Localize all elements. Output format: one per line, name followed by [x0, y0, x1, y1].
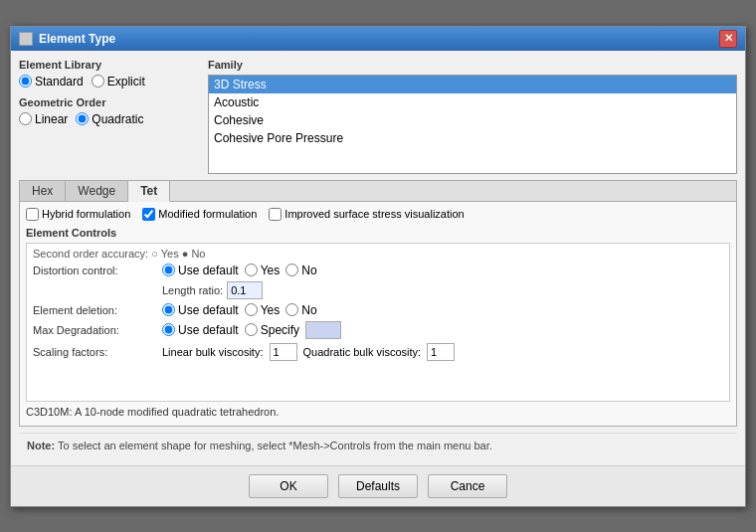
hybrid-checkbox-label[interactable]: Hybrid formulation: [26, 208, 130, 221]
element-deletion-label: Element deletion:: [33, 304, 162, 316]
note-prefix: Note:: [27, 440, 55, 451]
length-ratio-label: Length ratio:: [162, 284, 223, 296]
note-text: To select an element shape for meshing, …: [58, 440, 492, 451]
dc-use-default-label[interactable]: Use default: [162, 264, 239, 277]
improved-label: Improved surface stress visualization: [284, 208, 464, 220]
md-specify-text: Specify: [261, 323, 299, 337]
ed-no-radio[interactable]: [285, 303, 298, 316]
element-controls-label: Element Controls: [26, 227, 730, 239]
ed-yes-text: Yes: [261, 303, 281, 317]
explicit-radio[interactable]: [92, 75, 104, 88]
length-ratio-input[interactable]: [227, 281, 263, 299]
ok-button[interactable]: OK: [249, 474, 328, 498]
family-label: Family: [208, 59, 737, 71]
distortion-control-options: Use default Yes No: [162, 264, 317, 277]
family-item-acoustic[interactable]: Acoustic: [209, 93, 736, 111]
hybrid-label: Hybrid formulation: [42, 208, 130, 220]
dc-no-radio[interactable]: [285, 264, 298, 276]
max-degradation-options: Use default Specify: [162, 321, 341, 339]
tabs-header: Hex Wedge Tet: [20, 181, 736, 202]
modified-checkbox[interactable]: [142, 208, 155, 221]
max-degradation-label: Max Degradation:: [33, 324, 162, 336]
element-description: C3D10M: A 10-node modified quadratic tet…: [26, 402, 730, 420]
md-use-default-label[interactable]: Use default: [162, 323, 239, 337]
element-type-dialog: Element Type ✕ Element Library Standard …: [10, 26, 746, 507]
dc-yes-label[interactable]: Yes: [245, 264, 281, 277]
element-deletion-options: Use default Yes No: [162, 303, 317, 317]
standard-label: Standard: [35, 75, 84, 89]
explicit-radio-label[interactable]: Explicit: [92, 75, 145, 89]
quadratic-bulk-label: Quadratic bulk viscosity:: [303, 346, 422, 358]
ed-use-default-label[interactable]: Use default: [162, 303, 239, 317]
quadratic-radio[interactable]: [76, 112, 89, 125]
close-button[interactable]: ✕: [719, 30, 737, 48]
linear-bulk-input[interactable]: [270, 343, 297, 361]
element-deletion-row: Element deletion: Use default Yes: [33, 303, 723, 317]
tabs-container: Hex Wedge Tet Hybrid formulation Modifie…: [19, 180, 737, 427]
quadratic-label: Quadratic: [92, 112, 143, 126]
main-content: Element Library Standard Explicit Geomet…: [11, 51, 745, 465]
geometric-order-section: Geometric Order Linear Quadratic: [19, 96, 198, 126]
tab-hex[interactable]: Hex: [20, 181, 66, 201]
element-controls-box[interactable]: Second order accuracy: ○ Yes ● No Distor…: [26, 243, 730, 402]
family-listbox[interactable]: 3D Stress Acoustic Cohesive Cohesive Por…: [208, 75, 737, 174]
tab-content: Hybrid formulation Modified formulation …: [20, 202, 736, 426]
linear-bulk-label: Linear bulk viscosity:: [162, 346, 264, 358]
dc-yes-radio[interactable]: [245, 264, 258, 276]
family-item-3d-stress[interactable]: 3D Stress: [209, 76, 736, 93]
dc-yes-text: Yes: [261, 264, 281, 277]
formulation-row: Hybrid formulation Modified formulation …: [26, 208, 730, 221]
dc-use-default-radio[interactable]: [162, 264, 175, 276]
tab-tet[interactable]: Tet: [128, 181, 170, 202]
right-panel: Family 3D Stress Acoustic Cohesive Cohes…: [208, 59, 737, 174]
family-item-cohesive-pore[interactable]: Cohesive Pore Pressure: [209, 129, 736, 147]
second-order-row: Second order accuracy: ○ Yes ● No: [33, 248, 723, 260]
ed-yes-radio[interactable]: [245, 303, 258, 316]
ed-no-label[interactable]: No: [285, 303, 316, 317]
linear-label: Linear: [35, 112, 68, 126]
improved-checkbox-label[interactable]: Improved surface stress visualization: [269, 208, 464, 221]
length-ratio-row: Length ratio:: [162, 281, 723, 299]
defaults-button[interactable]: Defaults: [338, 474, 418, 498]
cancel-button[interactable]: Cance: [428, 474, 507, 498]
max-degradation-row: Max Degradation: Use default Specify: [33, 321, 723, 339]
standard-radio[interactable]: [19, 75, 32, 88]
tab-wedge[interactable]: Wedge: [66, 181, 128, 201]
ed-use-default-text: Use default: [178, 303, 239, 317]
standard-radio-label[interactable]: Standard: [19, 75, 84, 89]
md-specify-input[interactable]: [305, 321, 341, 339]
quadratic-bulk-input[interactable]: [427, 343, 455, 361]
dc-use-default-text: Use default: [178, 264, 239, 277]
hybrid-checkbox[interactable]: [26, 208, 39, 221]
note-section: Note: To select an element shape for mes…: [19, 433, 737, 457]
bottom-buttons: OK Defaults Cance: [11, 465, 745, 506]
md-use-default-radio[interactable]: [162, 323, 175, 336]
md-use-default-text: Use default: [178, 323, 239, 337]
title-bar: Element Type ✕: [11, 27, 745, 51]
title-bar-left: Element Type: [19, 32, 115, 46]
distortion-control-label: Distortion control:: [33, 265, 162, 276]
explicit-label: Explicit: [107, 75, 145, 89]
element-library-label: Element Library: [19, 59, 198, 71]
family-item-cohesive[interactable]: Cohesive: [209, 111, 736, 129]
modified-label: Modified formulation: [158, 208, 257, 220]
quadratic-radio-label[interactable]: Quadratic: [76, 112, 143, 126]
geometric-order-group: Linear Quadratic: [19, 112, 198, 126]
window-icon: [19, 32, 33, 46]
ed-yes-label[interactable]: Yes: [245, 303, 281, 317]
md-specify-label[interactable]: Specify: [245, 323, 299, 337]
linear-radio-label[interactable]: Linear: [19, 112, 68, 126]
geometric-order-label: Geometric Order: [19, 96, 198, 108]
modified-checkbox-label[interactable]: Modified formulation: [142, 208, 257, 221]
ed-no-text: No: [301, 303, 316, 317]
improved-checkbox[interactable]: [269, 208, 282, 221]
dc-no-text: No: [301, 264, 316, 277]
linear-radio[interactable]: [19, 112, 32, 125]
scaling-factors-row: Scaling factors: Linear bulk viscosity: …: [33, 343, 723, 361]
top-section: Element Library Standard Explicit Geomet…: [19, 59, 737, 174]
md-specify-radio[interactable]: [245, 323, 258, 336]
dc-no-label[interactable]: No: [285, 264, 316, 277]
element-controls-wrapper: Element Controls Second order accuracy: …: [26, 227, 730, 402]
distortion-control-row: Distortion control: Use default Yes: [33, 264, 723, 277]
ed-use-default-radio[interactable]: [162, 303, 175, 316]
